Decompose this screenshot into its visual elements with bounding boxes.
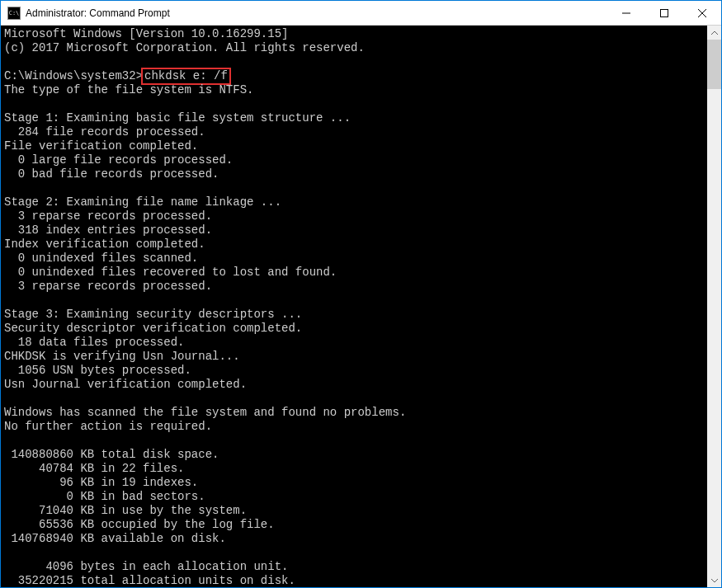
terminal-output[interactable]: Microsoft Windows [Version 10.0.16299.15…: [1, 26, 707, 587]
scroll-up-arrow-icon[interactable]: [707, 26, 721, 40]
close-button[interactable]: [683, 1, 721, 25]
window-controls: [607, 1, 721, 25]
vertical-scrollbar[interactable]: [707, 26, 721, 587]
terminal-area: Microsoft Windows [Version 10.0.16299.15…: [1, 26, 721, 587]
scroll-thumb[interactable]: [707, 40, 721, 89]
minimize-button[interactable]: [607, 1, 645, 25]
cmd-icon: C:\: [7, 7, 21, 20]
maximize-button[interactable]: [645, 1, 683, 25]
window-titlebar[interactable]: C:\ Administrator: Command Prompt: [1, 1, 721, 26]
svg-rect-1: [661, 9, 668, 16]
window-title: Administrator: Command Prompt: [26, 7, 607, 19]
cmd-icon-label: C:\: [9, 10, 20, 16]
command-highlight: chkdsk e: /f: [141, 68, 231, 85]
scroll-down-arrow-icon[interactable]: [707, 573, 721, 587]
